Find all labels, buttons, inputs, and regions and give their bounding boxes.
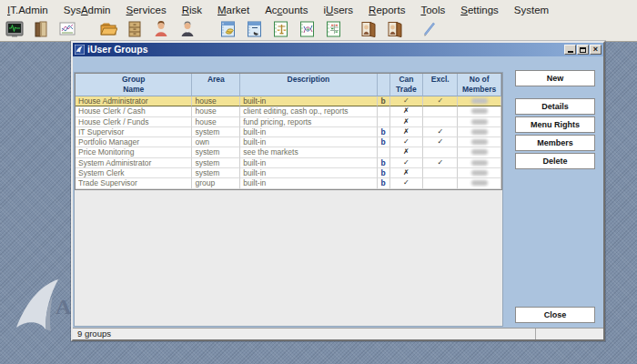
column-header-group-name[interactable]: GroupName	[76, 74, 192, 96]
menu-item-system[interactable]: System	[514, 5, 549, 15]
toolbar-group	[218, 20, 342, 38]
close-icon: ×	[593, 46, 598, 54]
cell-can-trade: ✓	[390, 178, 424, 188]
cell-excl	[423, 168, 458, 178]
table-row[interactable]: Portfolio Managerownbuilt-inb✓✓	[76, 137, 501, 147]
details-button[interactable]: Details	[515, 98, 595, 115]
menu-item-tools[interactable]: Tools	[420, 5, 445, 15]
cell-members	[458, 137, 501, 147]
redacted-member-count	[471, 170, 488, 176]
notebook-scales-icon[interactable]	[271, 20, 289, 38]
cell-members	[458, 117, 501, 127]
cell-name: Trade Supervisor	[76, 178, 192, 188]
user-male-icon[interactable]	[178, 20, 197, 38]
chart-report-icon[interactable]	[58, 20, 76, 38]
close-button[interactable]: Close	[515, 307, 595, 323]
cell-b	[378, 106, 390, 116]
cell-name: System Clerk	[76, 168, 192, 178]
delete-button[interactable]: Delete	[515, 153, 595, 169]
table-row[interactable]: System Administratorsystembuilt-inb✓✓	[76, 158, 501, 168]
status-bar-divider	[535, 329, 536, 339]
cell-b: b	[378, 158, 390, 168]
cell-area: house	[192, 117, 240, 127]
cell-can-trade: ✓	[390, 137, 424, 147]
cell-b: b	[378, 168, 390, 178]
window-titlebar[interactable]: iUser Groups ×	[73, 43, 603, 56]
maximize-icon	[580, 47, 586, 53]
menu-item-it-admin[interactable]: IT.Admin	[7, 5, 48, 15]
column-header-batch[interactable]	[378, 74, 390, 96]
cell-area: system	[192, 158, 240, 168]
cell-name: IT Supervisor	[76, 127, 192, 137]
pen-icon[interactable]	[420, 20, 439, 38]
toolbar	[0, 19, 637, 42]
menu-rights-button[interactable]: Menu Rights	[515, 116, 595, 133]
folder-icon[interactable]	[99, 20, 117, 38]
menu-item-iusers[interactable]: iUsers	[324, 5, 354, 15]
cell-excl: ✓	[423, 127, 458, 137]
table-row[interactable]: Trade Supervisorgroupbuilt-inb✓	[76, 178, 501, 188]
cell-can-trade: ✗	[390, 117, 424, 127]
cell-can-trade: ✗	[390, 127, 424, 137]
table-row[interactable]: House Administratorhousebuilt-inb✓✓	[76, 96, 501, 106]
cell-description: see the markets	[240, 147, 377, 157]
table-row[interactable]: House Clerk / Fundshousefund pricing, re…	[76, 117, 501, 127]
table-row[interactable]: Price Monitoringsystemsee the markets✗	[76, 147, 501, 157]
table-row[interactable]: IT Supervisorsystembuilt-inb✗✓	[76, 127, 501, 137]
cell-excl: ✓	[423, 158, 458, 168]
close-window-button[interactable]: ×	[590, 45, 602, 55]
application-bar: IT.AdminSysAdminServicesRiskMarketAccoun…	[0, 0, 637, 42]
menu-item-sysadmin[interactable]: SysAdmin	[64, 5, 111, 15]
notebook-chart-icon[interactable]	[298, 20, 316, 38]
cell-can-trade: ✗	[390, 106, 424, 116]
menu-item-reports[interactable]: Reports	[369, 5, 405, 15]
books-icon[interactable]	[32, 20, 50, 38]
toolbar-group	[5, 20, 76, 38]
cell-name: System Administrator	[76, 158, 192, 168]
file-cabinet-icon[interactable]	[126, 20, 144, 38]
user-female-icon[interactable]	[152, 20, 170, 38]
maximize-button[interactable]	[577, 45, 589, 55]
column-header-area[interactable]: Area	[192, 74, 240, 96]
redacted-member-count	[471, 108, 488, 114]
groups-table-panel: GroupNameAreaDescriptionCanTradeExcl.No …	[74, 72, 503, 327]
menu-item-market[interactable]: Market	[217, 5, 249, 15]
window-sail-icon	[75, 45, 85, 55]
cell-description: built-in	[240, 137, 377, 147]
menu-item-services[interactable]: Services	[126, 5, 167, 15]
notebook-grid-icon[interactable]	[324, 20, 342, 38]
monitor-activity-icon[interactable]	[5, 20, 24, 38]
table-row[interactable]: System Clerksystembuilt-inb✗	[76, 168, 501, 178]
minimize-button[interactable]	[564, 45, 576, 55]
column-header-description[interactable]: Description	[240, 74, 377, 96]
door-user-out-icon[interactable]	[386, 20, 404, 38]
status-bar: 9 groups	[73, 328, 603, 339]
notebook-accounts-icon[interactable]	[245, 20, 263, 38]
column-header-can-trade[interactable]: CanTrade	[390, 74, 424, 96]
cell-members	[458, 168, 501, 178]
table-row[interactable]: House Clerk / Cashhouseclient editing, c…	[76, 106, 501, 116]
new-button[interactable]: New	[515, 70, 595, 86]
cell-b: b	[378, 178, 390, 188]
menu-item-accounts[interactable]: Accounts	[265, 5, 308, 15]
notebook-cash-icon[interactable]	[218, 20, 237, 38]
cell-can-trade: ✓	[390, 96, 424, 106]
column-header-excl[interactable]: Excl.	[423, 74, 458, 96]
cell-description: built-in	[240, 168, 377, 178]
cell-excl: ✓	[423, 137, 458, 147]
status-group-count: 9 groups	[77, 329, 111, 339]
iuser-groups-window: iUser Groups × GroupNameAreaDescriptionC…	[71, 41, 605, 341]
cell-description: built-in	[240, 178, 377, 188]
cell-b: b	[378, 137, 390, 147]
menu-item-risk[interactable]: Risk	[182, 5, 202, 15]
cell-members	[458, 178, 501, 188]
cell-members	[458, 96, 501, 106]
cell-area: system	[192, 147, 240, 157]
column-header-no-of-members[interactable]: No ofMembers	[458, 74, 501, 96]
members-button[interactable]: Members	[515, 135, 595, 151]
door-user-in-icon[interactable]	[359, 20, 378, 38]
cell-b	[378, 117, 390, 127]
logo-letter: A	[56, 295, 71, 319]
cell-can-trade: ✗	[390, 147, 424, 157]
menu-item-settings[interactable]: Settings	[460, 5, 499, 15]
